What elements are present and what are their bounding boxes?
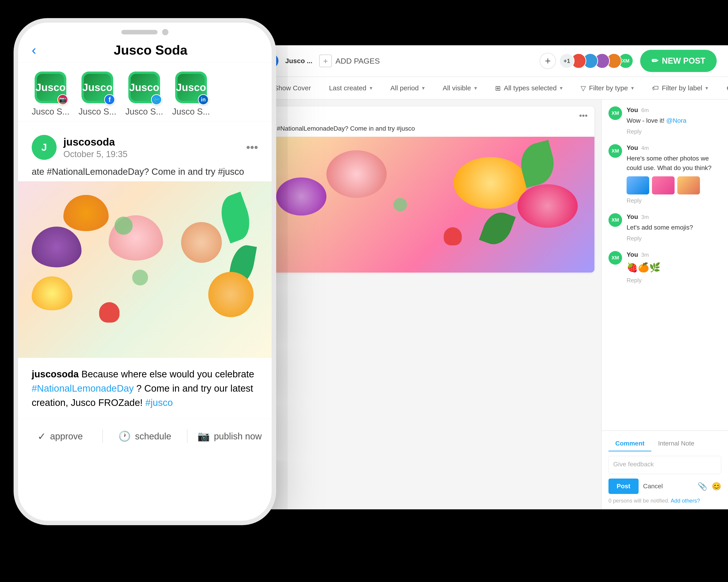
approve-icon: ✓ [37,430,46,442]
food-leaf-1 [215,192,256,244]
comment-avatar-4: XM [608,251,622,265]
comment-item-4: XM You 3m 🍓🍊🌿 Reply [608,251,721,284]
filter-by-label[interactable]: 🏷 Filter by label ▾ [652,84,708,92]
comment-time-1: 6m [641,107,649,113]
publish-now-button[interactable]: 📷 publish now [187,426,271,447]
comment-time-2: 4m [641,145,649,151]
all-period-chevron: ▾ [422,85,425,91]
new-post-icon: ✏ [651,56,658,65]
tab-internal-note[interactable]: Internal Note [651,436,701,451]
post-preview-image [259,137,594,272]
post-more-button[interactable]: ••• [246,141,258,154]
publish-label: publish now [214,431,262,442]
new-post-label: NEW POST [662,56,705,65]
post-comment-button[interactable]: Post [608,479,639,494]
all-visible-label: All visible [443,84,471,92]
post-caption: juscosoda Because where else would you c… [18,358,271,419]
show-cover-label: Show Cover [274,84,311,92]
new-post-button[interactable]: ✏ NEW POST [640,50,717,72]
tab-comment[interactable]: Comment [608,436,651,451]
desktop-food-2 [276,178,327,215]
account-label: Jusco S... [125,107,163,116]
desktop-food-1 [327,150,387,198]
comment-reply-2[interactable]: Reply [627,197,721,204]
instagram-publish-icon: 📷 [198,430,210,442]
cancel-comment-button[interactable]: Cancel [643,483,663,490]
comments-panel: XM You 6m Wow - love it! @Nora Reply [601,100,728,509]
give-feedback-input[interactable]: Give feedback [608,456,721,474]
all-period-filter[interactable]: All period ▾ [390,84,425,92]
account-label: Jusco S... [32,107,70,116]
comment-reply-4[interactable]: Reply [627,277,721,284]
desktop-food-3 [453,157,527,209]
last-created-label: Last created [329,84,366,92]
account-item-twitter[interactable]: Jusco 🐦 Jusco S... [125,72,163,116]
add-pages-icon: ＋ [319,55,332,67]
comment-mention-1: @Nora [666,117,686,124]
comment-item-1: XM You 6m Wow - love it! @Nora Reply [608,106,721,135]
desktop-cuke [393,198,407,211]
post-timestamp: October 5, 19:35 [63,150,246,159]
phone-page-title: Jusco Soda [43,42,258,57]
filter-by-type-chevron: ▾ [631,85,634,91]
all-types-filter[interactable]: ⊞ All types selected ▾ [495,84,563,92]
account-item-facebook[interactable]: Jusco f Jusco S... [79,72,116,116]
comment-text-3: Let's add some emojis? [627,223,721,232]
comment-item-3: XM You 3m Let's add some emojis? Reply [608,213,721,242]
account-item-instagram[interactable]: Jusco 📷 Jusco S... [32,72,70,116]
post-preview-more-button[interactable]: ••• [579,111,588,121]
settings-filter[interactable]: ⚙ [726,84,728,92]
phone-camera [162,29,168,35]
filter-type-icon: ⊞ [495,84,501,92]
caption-hashtag1: #NationalLemonadeDay [32,383,134,394]
emoji-icon[interactable]: 😊 [712,482,721,491]
approve-button[interactable]: ✓ approve [18,426,102,447]
comment-thread: XM You 6m Wow - love it! @Nora Reply [602,100,728,430]
all-visible-filter[interactable]: All visible ▾ [443,84,477,92]
phone-speaker [121,30,158,34]
comment-item-2: XM You 4m Here's some other photos we co… [608,144,721,204]
attach-file-icon[interactable]: 📎 [698,482,707,491]
comment-avatar-3: XM [608,213,622,227]
all-visible-chevron: ▾ [474,85,477,91]
desktop-leaf-2 [479,208,516,249]
caption-username: juscosoda [32,369,79,379]
comment-thumbnail-1[interactable] [627,176,649,194]
label-icon: 🏷 [652,84,659,92]
attach-icons: 📎 😊 [698,482,721,491]
desktop-header: f Jusco ... ＋ ADD PAGES + +1 X [253,45,728,77]
all-period-label: All period [390,84,419,92]
filter-by-label-chevron: ▾ [705,85,708,91]
comment-thumbnail-2[interactable] [652,176,675,194]
linkedin-badge-icon: in [198,94,209,105]
facebook-badge-icon: f [104,94,115,105]
post-username: juscosoda [63,136,246,148]
comment-emoji-row: 🍓🍊🌿 [627,261,721,274]
team-avatars: +1 XM [563,53,633,69]
comment-author-4: You [627,251,638,258]
post-list: ••• ate #NationalLemonadeDay? Come in an… [253,100,601,509]
notify-text: 0 persons will be notified. Add others? [608,498,721,504]
last-created-filter[interactable]: Last created ▾ [329,84,372,92]
comment-time-3: 3m [641,214,649,220]
header-pages-section: f Jusco ... ＋ ADD PAGES [264,54,380,68]
post-text-preview: ate #NationalLemonadeDay? Come in and tr… [18,167,271,181]
header-add-button[interactable]: + [540,53,556,69]
avatar-plus-count[interactable]: +1 [559,53,574,69]
add-others-link[interactable]: Add others? [671,498,700,504]
account-item-linkedin[interactable]: Jusco in Jusco S... [172,72,210,116]
comment-thumbnail-3[interactable] [677,176,700,194]
phone-nav-header: ‹ Jusco Soda [18,37,271,62]
comment-author-1: You [627,106,638,114]
comment-reply-3[interactable]: Reply [627,235,721,242]
desktop-strawberry [444,227,462,245]
header-actions-section: + +1 XM ✏ NEW POST [540,50,717,72]
comment-action-row: Post Cancel 📎 😊 [608,479,721,494]
comment-reply-1[interactable]: Reply [627,128,721,135]
food-visual-1 [32,227,81,267]
phone-mockup: ‹ Jusco Soda Jusco 📷 Jusco S... Jusco [18,23,271,521]
phone-back-button[interactable]: ‹ [32,42,36,58]
filter-by-type[interactable]: ▽ Filter by type ▾ [581,84,634,92]
schedule-button[interactable]: 🕐 schedule [103,426,187,447]
add-pages-button[interactable]: ＋ ADD PAGES [319,55,380,67]
